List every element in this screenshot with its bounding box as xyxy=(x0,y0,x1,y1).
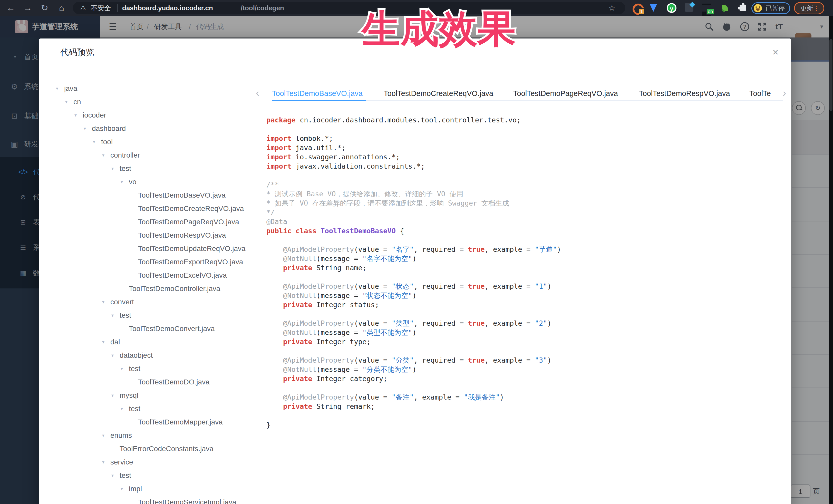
tree-file-ToolTestDemoController.java[interactable]: ToolTestDemoController.java xyxy=(39,282,257,295)
code-token: "名字不能为空" xyxy=(362,255,412,263)
code-token: , example = xyxy=(485,356,535,364)
extension-tabs-icon[interactable]: on xyxy=(702,3,712,13)
code-token: import xyxy=(266,162,291,170)
code-token: , required = xyxy=(414,356,468,364)
code-token: ToolTestDemoBaseVO xyxy=(316,227,396,235)
caret-down-icon[interactable]: ▾ xyxy=(111,349,114,362)
code-token: @NotNull xyxy=(283,365,316,374)
tab-ToolTestDemoPageReqVO.java[interactable]: ToolTestDemoPageReqVO.java xyxy=(513,87,618,100)
browser-back-icon[interactable]: ← xyxy=(4,0,18,16)
tree-node-vo[interactable]: ▾vo xyxy=(39,175,257,189)
tab-ToolTestDemoCreateReqVO.java[interactable]: ToolTestDemoCreateReqVO.java xyxy=(384,87,493,100)
caret-down-icon[interactable]: ▾ xyxy=(121,362,123,376)
tree-node-dataobject[interactable]: ▾dataobject xyxy=(39,349,257,362)
tab-ToolTestDemoRespVO.java[interactable]: ToolTestDemoRespVO.java xyxy=(639,87,730,100)
tree-file-ToolTestDemoServiceImpl.java[interactable]: ToolTestDemoServiceImpl.java xyxy=(39,496,257,504)
code-token: { xyxy=(396,227,404,235)
tree-node-test[interactable]: ▾test xyxy=(39,162,257,175)
extension-gem-icon[interactable] xyxy=(650,3,660,13)
tree-file-ToolTestDemoMapper.java[interactable]: ToolTestDemoMapper.java xyxy=(39,415,257,429)
code-panel[interactable]: package cn.iocoder.dashboard.modules.too… xyxy=(266,116,780,504)
tree-file-ToolTestDemoExportReqVO.java[interactable]: ToolTestDemoExportReqVO.java xyxy=(39,255,257,269)
tree-node-service[interactable]: ▾service xyxy=(39,456,257,469)
tree-file-ToolTestDemoDO.java[interactable]: ToolTestDemoDO.java xyxy=(39,376,257,389)
code-token xyxy=(266,282,283,290)
code-token: true xyxy=(468,319,485,327)
extension-plant-icon[interactable] xyxy=(720,3,730,13)
code-token: (value = xyxy=(354,319,391,327)
tree-file-ToolTestDemoCreateReqVO.java[interactable]: ToolTestDemoCreateReqVO.java xyxy=(39,202,257,215)
tabs-scroll-left-icon[interactable]: ‹ xyxy=(256,87,259,100)
tree-label: ToolTestDemoExportReqVO.java xyxy=(138,255,243,269)
caret-down-icon[interactable]: ▾ xyxy=(102,335,104,349)
extension-y-icon[interactable]: y xyxy=(667,3,676,13)
code-token xyxy=(266,264,283,272)
tree-file-ToolTestDemoConvert.java[interactable]: ToolTestDemoConvert.java xyxy=(39,322,257,335)
caret-down-icon[interactable]: ▾ xyxy=(121,175,123,189)
tree-file-ToolTestDemoExcelVO.java[interactable]: ToolTestDemoExcelVO.java xyxy=(39,269,257,282)
tree-node-controller[interactable]: ▾controller xyxy=(39,149,257,162)
caret-down-icon[interactable]: ▾ xyxy=(111,162,114,175)
tree-node-impl[interactable]: ▾impl xyxy=(39,482,257,496)
code-token: javax.validation.constraints.*; xyxy=(291,162,425,170)
code-token: private xyxy=(283,375,312,383)
code-token: , example = xyxy=(485,245,535,253)
extension-ubuntu-icon[interactable]: 1 xyxy=(632,3,642,13)
tree-node-test[interactable]: ▾test xyxy=(39,362,257,376)
tree-node-test[interactable]: ▾test xyxy=(39,469,257,482)
tree-label: ToolTestDemoRespVO.java xyxy=(138,229,226,242)
caret-down-icon[interactable]: ▾ xyxy=(102,456,104,469)
browser-menu-icon[interactable]: ⋮ xyxy=(813,3,820,14)
url-path[interactable]: /tool/codegen xyxy=(241,2,284,14)
tab-ToolTe[interactable]: ToolTe xyxy=(749,87,771,100)
tree-node-dashboard[interactable]: ▾dashboard xyxy=(39,122,257,135)
chrome-update-button[interactable]: 更新 ⋮ xyxy=(794,2,824,15)
code-token: , required = xyxy=(414,319,468,327)
caret-down-icon[interactable]: ▾ xyxy=(84,122,86,135)
caret-down-icon[interactable]: ▾ xyxy=(93,135,95,149)
tree-label: tool xyxy=(101,135,113,149)
caret-down-icon[interactable]: ▾ xyxy=(102,429,104,442)
caret-down-icon[interactable]: ▾ xyxy=(102,295,104,309)
not-secure-label[interactable]: 不安全 xyxy=(91,2,111,14)
tree-node-tool[interactable]: ▾tool xyxy=(39,135,257,149)
extension-puzzle-icon[interactable] xyxy=(738,3,748,13)
address-bar[interactable]: ⚠ 不安全 dashboard.yudao.iocoder.cn /tool/c… xyxy=(73,2,625,14)
tree-node-enums[interactable]: ▾enums xyxy=(39,429,257,442)
caret-down-icon[interactable]: ▾ xyxy=(111,389,114,402)
tabs-scroll-right-icon[interactable]: › xyxy=(783,87,786,100)
bookmark-star-icon[interactable]: ☆ xyxy=(609,2,615,14)
tree-node-test[interactable]: ▾test xyxy=(39,309,257,322)
caret-down-icon[interactable]: ▾ xyxy=(121,482,123,496)
browser-forward-icon[interactable]: → xyxy=(21,0,35,16)
code-token: @ApiModelProperty xyxy=(283,393,354,401)
not-secure-warning-icon[interactable]: ⚠ xyxy=(80,2,86,14)
tree-file-ToolTestDemoUpdateReqVO.java[interactable]: ToolTestDemoUpdateReqVO.java xyxy=(39,242,257,255)
tree-node-test[interactable]: ▾test xyxy=(39,402,257,415)
code-token: Integer status; xyxy=(312,301,379,309)
code-token: private xyxy=(283,264,312,272)
code-token xyxy=(266,375,283,383)
url-host[interactable]: dashboard.yudao.iocoder.cn xyxy=(122,2,213,14)
code-token xyxy=(266,402,283,410)
tree-file-ToolTestDemoPageReqVO.java[interactable]: ToolTestDemoPageReqVO.java xyxy=(39,215,257,229)
browser-reload-icon[interactable]: ↻ xyxy=(38,0,52,16)
browser-home-icon[interactable]: ⌂ xyxy=(54,0,69,16)
tree-file-ToolTestDemoRespVO.java[interactable]: ToolTestDemoRespVO.java xyxy=(39,229,257,242)
caret-down-icon[interactable]: ▾ xyxy=(111,309,114,322)
profile-paused-chip[interactable]: 已暂停 xyxy=(752,2,790,14)
tree-label: ToolTestDemoDO.java xyxy=(138,376,210,389)
caret-down-icon[interactable]: ▾ xyxy=(121,402,123,415)
tree-label: dal xyxy=(110,335,120,349)
tree-node-convert[interactable]: ▾convert xyxy=(39,295,257,309)
tree-file-ToolTestDemoBaseVO.java[interactable]: ToolTestDemoBaseVO.java xyxy=(39,189,257,202)
code-token: true xyxy=(468,245,485,253)
tree-file-ToolErrorCodeConstants.java[interactable]: ToolErrorCodeConstants.java xyxy=(39,442,257,456)
code-token: , required = xyxy=(414,282,468,290)
extension-grid-icon[interactable] xyxy=(685,3,694,13)
tab-ToolTestDemoBaseVO.java[interactable]: ToolTestDemoBaseVO.java xyxy=(272,87,363,100)
tree-node-mysql[interactable]: ▾mysql xyxy=(39,389,257,402)
caret-down-icon[interactable]: ▾ xyxy=(102,149,104,162)
caret-down-icon[interactable]: ▾ xyxy=(111,469,114,482)
tree-node-dal[interactable]: ▾dal xyxy=(39,335,257,349)
